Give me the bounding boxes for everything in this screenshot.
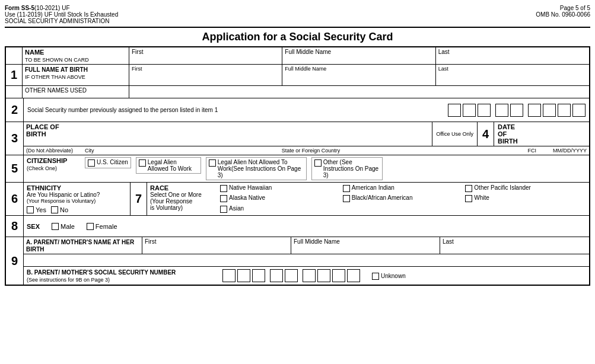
name-label: NAME xyxy=(25,49,44,56)
black-african-label: Black/African American xyxy=(352,194,413,201)
birth-name-text: FULL NAME AT BIRTH xyxy=(25,66,88,73)
ssn-box-3 xyxy=(478,104,491,117)
citizenship-option-other: Other (See Instructions On Page 3) xyxy=(311,157,383,180)
citizenship-text: CITIZENSHIP xyxy=(27,157,67,164)
ssn-group2 xyxy=(495,104,523,117)
form-id: Form SS-5 xyxy=(5,5,34,11)
yes-checkbox[interactable] xyxy=(27,206,34,213)
native-hawaiian-label: Native Hawaiian xyxy=(229,184,272,191)
other-names-input xyxy=(129,86,589,98)
female-checkbox[interactable] xyxy=(87,223,94,230)
row3-input-row: (Do Not Abbreviate) City State or Foreig… xyxy=(24,146,589,155)
male-checkbox[interactable] xyxy=(52,223,59,230)
unknown-option: Unknown xyxy=(372,272,406,280)
ssn-box-9 xyxy=(572,104,586,117)
row8-number: 8 xyxy=(6,216,24,237)
row1-name-input: 1 FULL NAME AT BIRTH IF OTHER THAN ABOVE… xyxy=(6,65,589,86)
asian-checkbox[interactable] xyxy=(220,206,227,213)
legal-not-allowed-checkbox[interactable] xyxy=(209,159,216,167)
other-citizenship-checkbox[interactable] xyxy=(314,159,322,167)
race-other-pacific: Other Pacific Islander xyxy=(465,184,586,193)
other-pacific-checkbox[interactable] xyxy=(465,185,472,192)
row9b-ssn xyxy=(222,269,360,282)
page-header: Form SS-5(10-2021) UF Use (11-2019) UF U… xyxy=(5,5,590,24)
no-checkbox[interactable] xyxy=(51,206,58,213)
row67-section: 6 ETHNICITY Are You Hispanic or Latino? … xyxy=(6,183,589,216)
race-asian: Asian xyxy=(220,205,341,213)
race-options-grid: Native Hawaiian American Indian Other Pa… xyxy=(220,184,586,213)
race-sub3: is Voluntary) xyxy=(150,205,215,211)
row9a-input xyxy=(24,254,589,266)
american-indian-label: American Indian xyxy=(352,184,394,191)
black-african-checkbox[interactable] xyxy=(343,195,350,202)
state-label: State or Foreign Country xyxy=(106,148,516,154)
name-sublabel: TO BE SHOWN ON CARD xyxy=(25,57,89,63)
ssn9b-box-1 xyxy=(222,269,236,282)
ssn9b-box-6 xyxy=(303,269,316,282)
date-of-birth-section: DATE OF BIRTH xyxy=(494,122,589,146)
unknown-checkbox[interactable] xyxy=(372,273,379,280)
name-label-cell: NAME TO BE SHOWN ON CARD xyxy=(23,47,129,64)
form-date: (10-2021) UF xyxy=(34,5,69,11)
row9-content: A. PARENT/ MOTHER'S NAME AT HER BIRTH Fi… xyxy=(24,237,589,285)
white-label: White xyxy=(474,194,489,201)
omb-number: OMB No. 0960-0066 xyxy=(536,11,590,18)
ssn9b-group1 xyxy=(222,269,265,282)
other-pacific-label: Other Pacific Islander xyxy=(474,184,531,191)
row9a-label: A. PARENT/ MOTHER'S NAME AT HER BIRTH xyxy=(24,237,142,254)
ssn9b-group2 xyxy=(270,269,298,282)
native-hawaiian-checkbox[interactable] xyxy=(220,185,227,192)
birth-first-input: First xyxy=(129,65,282,85)
use-line: Use (11-2019) UF Until Stock Is Exhauste… xyxy=(5,11,118,18)
birth-name-sub: IF OTHER THAN ABOVE xyxy=(25,74,85,80)
row9a-middle: Full Middle Name xyxy=(291,237,440,254)
legal-allowed-checkbox[interactable] xyxy=(139,159,146,167)
ethnicity-label: ETHNICITY xyxy=(27,184,127,191)
ssn-box-6 xyxy=(528,104,541,117)
row9a-section: A. PARENT/ MOTHER'S NAME AT HER BIRTH Fi… xyxy=(24,237,589,267)
row9b-sub: (See instructions for 9B on Page 3) xyxy=(27,277,110,283)
legal-allowed-label: Legal Alien Allowed To Work xyxy=(148,159,198,172)
citizenship-sub: (Check One) xyxy=(27,165,57,171)
legal-not-allowed-label: Legal Alien Not Allowed To Work(See Inst… xyxy=(218,159,304,178)
ssn-box-7 xyxy=(543,104,556,117)
race-sub1: Select One or More xyxy=(150,191,215,198)
agency: SOCIAL SECURITY ADMINISTRATION xyxy=(5,18,118,24)
dob-label3: BIRTH xyxy=(498,138,586,145)
ethnicity-yes: Yes xyxy=(27,206,46,213)
row7-content: RACE Select One or More (Your Response i… xyxy=(147,183,589,215)
yes-label: Yes xyxy=(36,206,46,213)
no-label: No xyxy=(60,206,68,213)
row8-content: SEX Male Female xyxy=(24,216,589,237)
row3-section: 3 PLACE OFBIRTH Office Use Only 4 DATE xyxy=(6,122,589,155)
citizenship-option-legal-allowed: Legal Alien Allowed To Work xyxy=(136,157,201,174)
row6-content: ETHNICITY Are You Hispanic or Latino? (Y… xyxy=(24,183,131,215)
female-label: Female xyxy=(96,223,117,230)
office-use-label: Office Use Only xyxy=(436,131,473,137)
row8-section: 8 SEX Male Female xyxy=(6,216,589,237)
male-label: Male xyxy=(61,223,75,230)
citizenship-option-legal-not-allowed: Legal Alien Not Allowed To Work(See Inst… xyxy=(206,157,307,180)
header-right: Page 5 of 5 OMB No. 0960-0066 xyxy=(536,5,590,24)
row2-label: Social Security number previously assign… xyxy=(27,107,218,113)
row9a-last: Last xyxy=(440,237,589,254)
birth-last-input: Last xyxy=(436,65,589,85)
race-native-hawaiian: Native Hawaiian xyxy=(220,184,341,193)
us-citizen-checkbox[interactable] xyxy=(88,159,95,167)
office-use-only: Office Use Only xyxy=(432,122,478,146)
row3-content: PLACE OFBIRTH Office Use Only 4 DATE OF … xyxy=(24,122,589,155)
alaska-native-checkbox[interactable] xyxy=(220,195,227,202)
other-citizenship-label: Other (See Instructions On Page 3) xyxy=(323,159,380,178)
row5-section: 5 CITIZENSHIP (Check One) U.S. Citizen L… xyxy=(6,155,589,183)
ssn-boxes-container xyxy=(448,104,586,117)
ssn9b-box-3 xyxy=(252,269,265,282)
row4-number: 4 xyxy=(478,122,494,146)
ssn-group3 xyxy=(528,104,586,117)
american-indian-checkbox[interactable] xyxy=(343,185,350,192)
sex-male: Male xyxy=(52,222,75,230)
race-label: RACE xyxy=(150,184,215,191)
white-checkbox[interactable] xyxy=(465,195,472,202)
ssn-box-5 xyxy=(510,104,523,117)
ssn-box-8 xyxy=(558,104,571,117)
ssn9b-box-5 xyxy=(285,269,298,282)
